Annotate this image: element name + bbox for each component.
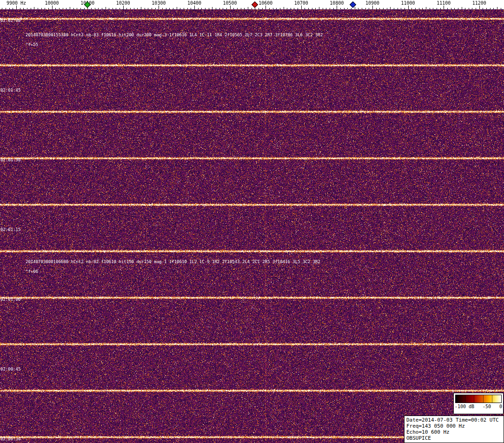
axis-tick bbox=[294, 8, 294, 9]
axis-tick bbox=[27, 8, 27, 9]
colorbar-tick bbox=[474, 395, 474, 403]
axis-tick bbox=[201, 8, 202, 9]
axis-tick bbox=[323, 8, 323, 9]
axis-tick bbox=[31, 8, 31, 9]
axis-tick bbox=[216, 8, 216, 9]
axis-tick bbox=[419, 8, 419, 9]
axis-tick bbox=[169, 8, 170, 9]
axis-tick bbox=[45, 8, 45, 9]
axis-tick bbox=[276, 8, 277, 9]
axis-tick bbox=[476, 8, 476, 9]
axis-tick bbox=[145, 8, 145, 9]
axis-tick bbox=[479, 6, 480, 9]
axis-tick bbox=[209, 8, 209, 9]
axis-tick-label: 10500 bbox=[223, 0, 237, 6]
axis-tick bbox=[55, 8, 56, 9]
axis-tick bbox=[265, 6, 266, 9]
time-label: 02:01:30 bbox=[0, 158, 20, 162]
blue-diamond-marker[interactable] bbox=[350, 1, 356, 8]
axis-tick bbox=[372, 6, 373, 9]
axis-tick bbox=[319, 7, 319, 9]
event-annotation-2: 20140703000106680 hCnt2 nb-82 f10610 hit… bbox=[26, 259, 320, 264]
axis-tick bbox=[340, 8, 341, 9]
axis-tick bbox=[134, 8, 134, 9]
axis-tick bbox=[91, 8, 92, 9]
colorbar-tick bbox=[465, 395, 465, 403]
axis-tick bbox=[223, 8, 223, 9]
axis-tick-label: 10400 bbox=[187, 0, 201, 6]
info-freq-line: Freq=143 050 000 Hz bbox=[406, 423, 502, 429]
event-annotation-1: 20140703000155380 hCnt3 nb-83 f10616 hit… bbox=[26, 33, 323, 37]
axis-tick bbox=[194, 6, 195, 9]
axis-tick bbox=[301, 6, 302, 9]
axis-tick bbox=[394, 8, 394, 9]
axis-tick bbox=[330, 8, 330, 9]
axis-tick bbox=[490, 8, 491, 9]
axis-tick bbox=[66, 8, 66, 9]
axis-tick bbox=[422, 8, 423, 9]
info-station-line: OBSUPICE bbox=[406, 435, 502, 441]
axis-tick bbox=[390, 7, 391, 9]
axis-tick bbox=[401, 8, 401, 9]
event-frequency-marker-1: ^f+55 bbox=[26, 42, 38, 47]
waterfall: 20140703000155380 hCnt3 nb-83 f10616 hit… bbox=[0, 9, 504, 443]
axis-tick-label: 10800 bbox=[330, 0, 344, 6]
axis-tick bbox=[451, 8, 451, 9]
axis-tick bbox=[2, 8, 2, 9]
axis-tick bbox=[291, 8, 291, 9]
axis-tick-label: 11200 bbox=[472, 0, 486, 6]
axis-tick bbox=[180, 8, 180, 9]
axis-tick-label: 10000 bbox=[45, 0, 59, 6]
axis-tick bbox=[454, 8, 455, 9]
axis-tick bbox=[77, 8, 77, 9]
colorbar-gradient bbox=[455, 395, 502, 403]
axis-tick bbox=[226, 8, 227, 9]
axis-tick bbox=[177, 7, 177, 9]
axis-tick bbox=[273, 8, 273, 9]
axis-tick bbox=[106, 7, 106, 9]
axis-tick bbox=[458, 8, 458, 9]
axis-tick bbox=[73, 8, 74, 9]
axis-tick bbox=[415, 8, 416, 9]
axis-tick bbox=[444, 6, 444, 9]
axis-tick bbox=[63, 8, 63, 9]
red-diamond-marker[interactable] bbox=[252, 1, 258, 8]
axis-tick bbox=[141, 7, 141, 9]
axis-tick bbox=[70, 7, 70, 9]
axis-tick bbox=[119, 8, 120, 9]
axis-tick bbox=[433, 8, 433, 9]
axis-tick bbox=[16, 6, 17, 9]
axis-tick bbox=[9, 8, 10, 9]
axis-tick bbox=[411, 8, 412, 9]
axis-tick bbox=[269, 8, 270, 9]
axis-tick bbox=[166, 8, 166, 9]
axis-tick bbox=[52, 6, 53, 9]
axis-tick bbox=[472, 8, 472, 9]
info-echo-line: Echo=10 600 Hz bbox=[406, 429, 502, 435]
axis-tick bbox=[23, 8, 24, 9]
axis-tick bbox=[469, 8, 469, 9]
axis-tick bbox=[98, 8, 99, 9]
intensity-colorbar: -100 dB -50 0 bbox=[453, 393, 504, 414]
axis-tick bbox=[308, 8, 309, 9]
axis-tick bbox=[41, 8, 42, 9]
time-label: 02:01:15 bbox=[0, 227, 20, 232]
time-label: 02:00:45 bbox=[0, 367, 20, 371]
axis-tick bbox=[305, 8, 305, 9]
axis-tick bbox=[426, 7, 426, 9]
colorbar-label-min: -100 dB bbox=[455, 404, 474, 409]
axis-tick bbox=[483, 8, 483, 9]
axis-tick bbox=[486, 8, 487, 9]
axis-tick bbox=[244, 8, 245, 9]
axis-tick bbox=[198, 8, 199, 9]
axis-tick bbox=[148, 8, 148, 9]
axis-tick bbox=[212, 7, 212, 9]
axis-tick bbox=[155, 8, 156, 9]
axis-tick bbox=[187, 8, 188, 9]
spectrogram-canvas bbox=[0, 9, 504, 443]
axis-tick bbox=[355, 7, 355, 9]
event-frequency-marker-2: ^f+06 bbox=[26, 269, 38, 274]
axis-tick bbox=[287, 8, 287, 9]
axis-tick bbox=[123, 6, 124, 9]
axis-tick bbox=[255, 8, 255, 9]
